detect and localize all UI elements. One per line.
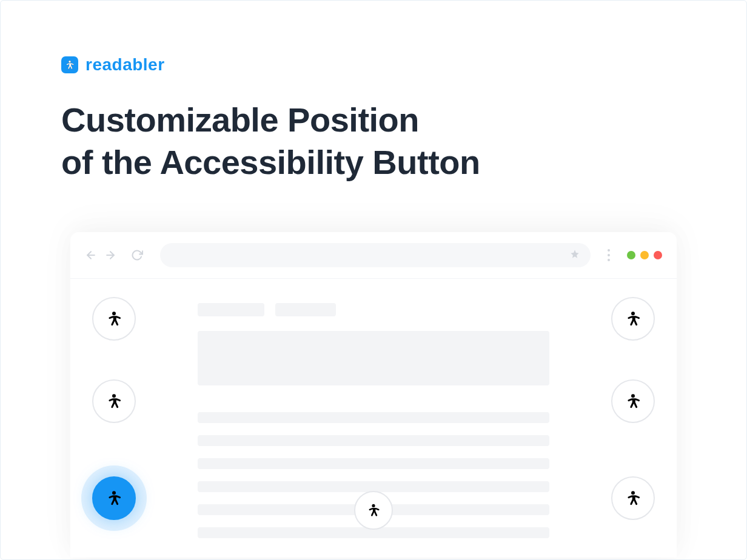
browser-toolbar xyxy=(70,232,677,279)
position-bottom-left[interactable] xyxy=(92,476,136,520)
heading-line-1: Customizable Position xyxy=(61,101,419,139)
position-middle-right[interactable] xyxy=(611,379,655,423)
brand-name: readabler xyxy=(85,55,165,75)
placeholder-text xyxy=(198,303,264,316)
traffic-light-green xyxy=(627,251,635,259)
traffic-lights xyxy=(627,251,662,259)
traffic-light-red xyxy=(654,251,662,259)
placeholder-text xyxy=(275,303,336,316)
placeholder-line xyxy=(198,412,549,423)
brand-row: readabler xyxy=(61,55,686,75)
placeholder-line xyxy=(198,458,549,469)
browser-viewport xyxy=(70,279,677,558)
position-bottom-center[interactable] xyxy=(354,491,393,530)
browser-mockup xyxy=(70,232,677,558)
svg-point-1 xyxy=(69,61,71,63)
star-icon[interactable] xyxy=(570,249,580,261)
traffic-light-yellow xyxy=(640,251,649,259)
back-icon[interactable] xyxy=(85,249,97,261)
placeholder-block xyxy=(198,331,549,385)
reload-icon[interactable] xyxy=(131,249,143,261)
position-top-left[interactable] xyxy=(92,297,136,341)
position-bottom-right[interactable] xyxy=(611,476,655,520)
brand-icon xyxy=(61,56,78,73)
placeholder-line xyxy=(198,435,549,446)
position-middle-left[interactable] xyxy=(92,379,136,423)
forward-icon[interactable] xyxy=(104,249,116,261)
more-icon[interactable] xyxy=(608,249,610,261)
address-bar[interactable] xyxy=(160,243,591,267)
page-title: Customizable Position of the Accessibili… xyxy=(61,99,686,184)
heading-line-2: of the Accessibility Button xyxy=(61,143,480,181)
position-top-right[interactable] xyxy=(611,297,655,341)
